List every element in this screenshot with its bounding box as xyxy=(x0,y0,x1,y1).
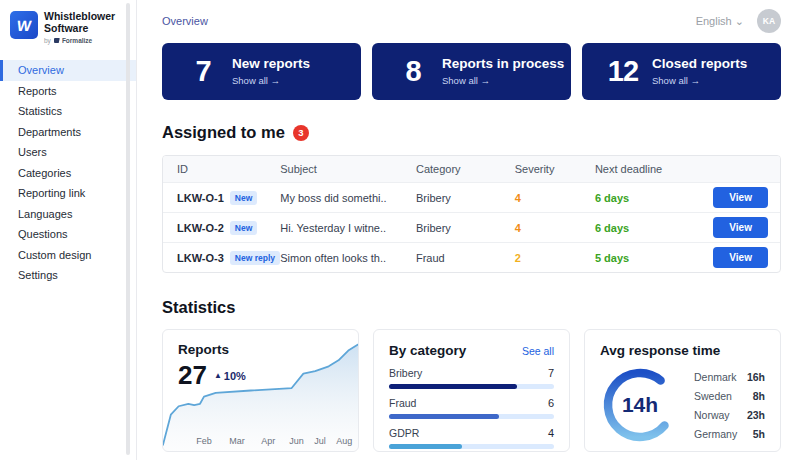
sidebar-item-statistics[interactable]: Statistics xyxy=(0,101,136,122)
bar-value-fraud: 6 xyxy=(548,397,554,409)
table-row[interactable]: LKW-O-3 New reply Simon often looks th..… xyxy=(163,242,780,272)
stat-value: 8 xyxy=(394,55,432,88)
sidebar-item-reports[interactable]: Reports xyxy=(0,81,136,102)
show-all-link[interactable]: Show all → xyxy=(442,75,564,86)
legend-row: Sweden 8h xyxy=(694,386,765,405)
x-tick-feb: Feb xyxy=(196,436,212,446)
report-id: LKW-O-3 xyxy=(177,252,224,264)
whistleblower-logo-icon: W xyxy=(10,11,38,39)
bar-track xyxy=(389,384,554,389)
sidebar-item-overview[interactable]: Overview xyxy=(0,60,136,81)
sidebar-item-custom-design[interactable]: Custom design xyxy=(0,245,136,266)
status-badge: New xyxy=(230,191,257,205)
x-tick-aug: Aug xyxy=(336,436,352,446)
logo-letter: W xyxy=(16,17,33,34)
view-button[interactable]: View xyxy=(713,247,768,268)
bar-label-bribery: Bribery xyxy=(389,367,422,379)
response-time-donut: 14h xyxy=(600,365,680,445)
sidebar-item-reporting-link[interactable]: Reporting link xyxy=(0,183,136,204)
by-category-card: By category See all Bribery 7 Fraud 6 GD… xyxy=(373,329,570,452)
stat-value: 7 xyxy=(184,55,222,88)
bar-fill-bribery xyxy=(389,384,517,389)
stat-cards-row: 7 New reports Show all → 8 Reports in pr… xyxy=(162,43,781,100)
avg-response-title: Avg response time xyxy=(600,343,765,358)
avg-response-card: Avg response time 14h xyxy=(584,329,781,452)
avatar[interactable]: KA xyxy=(757,9,781,33)
legend-value: 23h xyxy=(747,409,765,421)
show-all-link[interactable]: Show all → xyxy=(652,75,747,86)
sidebar-item-languages[interactable]: Languages xyxy=(0,204,136,225)
show-all-link[interactable]: Show all → xyxy=(232,75,310,86)
legend-value: 8h xyxy=(753,390,765,402)
assigned-table: ID Subject Category Severity Next deadli… xyxy=(162,155,781,273)
stat-value: 12 xyxy=(604,55,642,88)
stat-title: New reports xyxy=(232,57,310,71)
bar-fill-gdpr xyxy=(389,444,462,449)
assigned-to-me-title: Assigned to me xyxy=(162,123,285,142)
report-category: Fraud xyxy=(416,252,515,264)
report-category: Bribery xyxy=(416,222,515,234)
stat-card-new-reports[interactable]: 7 New reports Show all → xyxy=(162,43,361,100)
breadcrumb[interactable]: Overview xyxy=(162,15,208,27)
table-row[interactable]: LKW-O-2 New Hi. Yesterday I witne.. Brib… xyxy=(163,212,780,242)
legend-value: 5h xyxy=(753,428,765,440)
stat-card-closed-reports[interactable]: 12 Closed reports Show all → xyxy=(582,43,781,100)
sidebar-item-departments[interactable]: Departments xyxy=(0,122,136,143)
col-header-id: ID xyxy=(163,163,280,175)
reports-trend: 10% xyxy=(224,370,246,382)
report-subject: My boss did somethi.. xyxy=(280,192,416,204)
sidebar-item-users[interactable]: Users xyxy=(0,142,136,163)
trend-up-icon: ▲ xyxy=(214,371,222,380)
x-tick-mar: Mar xyxy=(229,436,245,446)
bar-track xyxy=(389,444,554,449)
report-id: LKW-O-2 xyxy=(177,222,224,234)
view-button[interactable]: View xyxy=(713,217,768,238)
view-button[interactable]: View xyxy=(713,187,768,208)
table-header-row: ID Subject Category Severity Next deadli… xyxy=(163,156,780,182)
stat-title: Closed reports xyxy=(652,57,747,71)
topbar: Overview English ⌄ KA xyxy=(162,0,781,42)
arrow-right-icon: → xyxy=(691,75,701,86)
stat-title: Reports in process xyxy=(442,57,564,71)
brand-logo: W Whistleblower Software by Formalize xyxy=(0,0,136,54)
x-tick-apr: Apr xyxy=(261,436,275,446)
report-deadline: 5 days xyxy=(595,252,706,264)
brand-name-line1: Whistleblower xyxy=(44,11,115,23)
main-content: Overview English ⌄ KA 7 New reports Show… xyxy=(138,0,800,460)
response-legend: Denmark 16h Sweden 8h Norway 23h Germany… xyxy=(694,367,765,443)
sidebar-item-questions[interactable]: Questions xyxy=(0,224,136,245)
table-row[interactable]: LKW-O-1 New My boss did somethi.. Briber… xyxy=(163,182,780,212)
col-header-severity: Severity xyxy=(515,163,595,175)
sidebar-scrollbar[interactable] xyxy=(126,3,130,455)
report-deadline: 6 days xyxy=(595,192,706,204)
bar-label-gdpr: GDPR xyxy=(389,427,419,439)
statistics-cards-row: Reports 27 ▲10% Feb Mar Apr Jun Jul xyxy=(162,329,781,452)
col-header-subject: Subject xyxy=(280,163,416,175)
report-severity: 4 xyxy=(515,222,595,234)
stat-card-reports-in-process[interactable]: 8 Reports in process Show all → xyxy=(372,43,571,100)
bar-fill-fraud xyxy=(389,414,499,419)
report-subject: Simon often looks th.. xyxy=(280,252,416,264)
reports-total: 27 xyxy=(178,360,207,391)
formalize-logo-icon xyxy=(54,38,60,43)
bar-value-bribery: 7 xyxy=(548,367,554,379)
sidebar-item-categories[interactable]: Categories xyxy=(0,163,136,184)
see-all-link[interactable]: See all xyxy=(522,345,554,357)
legend-label: Denmark xyxy=(694,371,737,383)
legend-row: Norway 23h xyxy=(694,405,765,424)
sidebar-item-settings[interactable]: Settings xyxy=(0,265,136,286)
brand-name-line2: Software xyxy=(44,23,115,35)
donut-center-value: 14h xyxy=(600,365,680,445)
bar-value-gdpr: 4 xyxy=(548,427,554,439)
legend-value: 16h xyxy=(747,371,765,383)
by-category-title: By category xyxy=(389,343,466,358)
bar-track xyxy=(389,414,554,419)
language-dropdown[interactable]: English ⌄ xyxy=(696,15,744,28)
legend-label: Norway xyxy=(694,409,730,421)
x-tick-jun: Jun xyxy=(289,436,304,446)
report-severity: 2 xyxy=(515,252,595,264)
legend-label: Sweden xyxy=(694,390,732,402)
arrow-right-icon: → xyxy=(481,75,491,86)
byline-brand: Formalize xyxy=(62,37,92,44)
col-header-category: Category xyxy=(416,163,515,175)
